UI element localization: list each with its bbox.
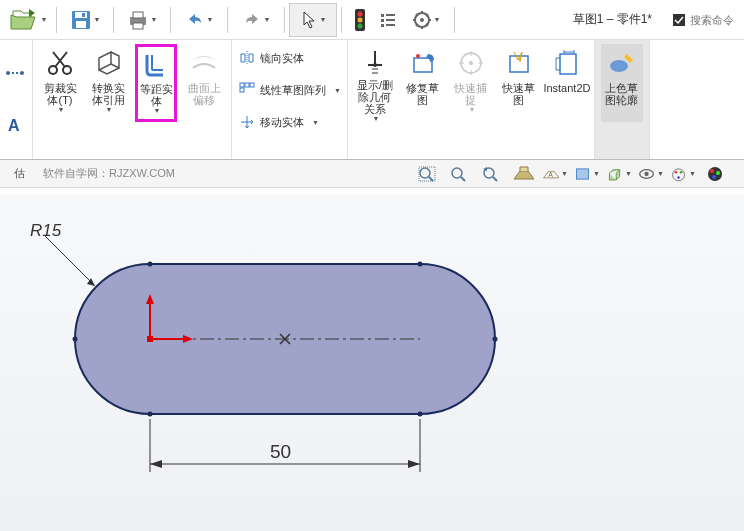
svg-point-50 <box>710 169 714 173</box>
svg-point-36 <box>610 60 628 72</box>
hide-show-icon[interactable]: ▼ <box>606 163 632 185</box>
shade-sketch-button[interactable]: 上色草图轮廓 <box>601 44 643 122</box>
svg-rect-16 <box>386 24 395 26</box>
ribbon: A 剪裁实体(T) ▼ 转换实体引用 ▼ 等距实体 ▼ 曲面上偏移 镜向实体 <box>0 40 744 160</box>
svg-rect-35 <box>560 54 576 74</box>
section-view-icon[interactable] <box>510 163 536 185</box>
search-input[interactable] <box>690 14 740 26</box>
svg-point-39 <box>452 168 462 178</box>
svg-rect-11 <box>381 14 384 17</box>
quick-access-toolbar: ▼ ▼ ▼ ▼ ▼ ▼ ▼ 草图1 – 零件1* <box>0 0 744 40</box>
svg-point-31 <box>416 54 420 58</box>
svg-point-37 <box>420 168 430 178</box>
svg-rect-6 <box>133 23 143 29</box>
undo-button[interactable]: ▼ <box>175 3 223 37</box>
svg-rect-14 <box>386 19 395 21</box>
svg-point-20 <box>6 71 10 75</box>
svg-point-10 <box>358 23 363 28</box>
display-style-icon[interactable]: ▼ <box>574 163 600 185</box>
pattern-button[interactable]: 线性草图阵列▼ <box>238 80 341 100</box>
svg-rect-62 <box>147 336 153 342</box>
svg-rect-25 <box>240 83 244 87</box>
svg-point-56 <box>418 412 423 417</box>
svg-rect-3 <box>82 13 85 17</box>
svg-text:A: A <box>548 171 553 178</box>
mirror-button[interactable]: 镜向实体 <box>238 48 341 68</box>
offset-entities-button[interactable]: 等距实体 ▼ <box>135 44 177 122</box>
surface-offset-button: 曲面上偏移 <box>183 44 225 122</box>
svg-point-45 <box>673 168 685 180</box>
traffic-light-icon[interactable] <box>346 3 374 37</box>
svg-point-33 <box>469 61 473 65</box>
save-button[interactable]: ▼ <box>61 3 109 37</box>
svg-point-49 <box>708 167 722 181</box>
print-button[interactable]: ▼ <box>118 3 166 37</box>
list-icon[interactable] <box>374 3 402 37</box>
dotted-line-icon[interactable] <box>6 64 24 82</box>
rapid-sketch-button[interactable]: 快速草图 <box>498 44 540 122</box>
svg-point-47 <box>680 171 683 174</box>
graphics-area[interactable]: R15 50 <box>0 194 744 531</box>
svg-rect-19 <box>673 14 685 26</box>
quick-snap-button: 快速捕捉 ▼ <box>450 44 492 122</box>
svg-point-29 <box>373 63 377 67</box>
sketch-view: R15 50 <box>0 194 744 531</box>
svg-rect-27 <box>250 83 254 87</box>
svg-point-57 <box>73 337 78 342</box>
svg-rect-13 <box>381 19 384 22</box>
search-box[interactable] <box>672 13 740 27</box>
radius-dimension[interactable]: R15 <box>30 221 62 240</box>
settings-button[interactable]: ▼ <box>402 3 450 37</box>
svg-rect-5 <box>133 12 143 18</box>
site-label: 软件自学网：RJZXW.COM <box>43 166 175 181</box>
apply-scene-icon[interactable] <box>702 163 728 185</box>
svg-rect-2 <box>76 21 86 28</box>
svg-point-21 <box>20 71 24 75</box>
instant2d-button[interactable]: Instant2D <box>546 44 588 122</box>
svg-point-54 <box>418 262 423 267</box>
text-a-icon[interactable]: A <box>6 115 26 135</box>
svg-rect-12 <box>386 14 395 16</box>
prev-view-icon[interactable] <box>478 163 504 185</box>
svg-point-8 <box>358 11 363 16</box>
svg-rect-26 <box>245 83 249 87</box>
document-title: 草图1 – 零件1* <box>573 11 652 28</box>
evaluate-tab[interactable]: 估 <box>6 162 33 185</box>
svg-point-18 <box>420 18 424 22</box>
svg-rect-28 <box>240 88 244 92</box>
svg-point-44 <box>644 171 648 175</box>
width-dimension[interactable]: 50 <box>270 441 291 462</box>
zoom-area-icon[interactable] <box>446 163 472 185</box>
svg-point-46 <box>675 171 678 174</box>
svg-rect-30 <box>414 58 432 72</box>
trim-entities-button[interactable]: 剪裁实体(T) ▼ <box>39 44 81 122</box>
view-toolbar: A▼ ▼ ▼ ▼ ▼ <box>414 163 728 185</box>
svg-point-58 <box>493 337 498 342</box>
svg-text:A: A <box>8 117 20 134</box>
svg-line-63 <box>45 236 95 286</box>
view-orientation-icon[interactable]: A▼ <box>542 163 568 185</box>
relations-button[interactable]: 显示/删除几何关系 ▼ <box>354 44 396 122</box>
repair-button[interactable]: 修复草图 <box>402 44 444 122</box>
svg-point-9 <box>358 17 363 22</box>
sub-bar: 估 软件自学网：RJZXW.COM A▼ ▼ ▼ ▼ ▼ <box>0 160 744 188</box>
eye-icon[interactable]: ▼ <box>638 163 664 185</box>
svg-point-52 <box>712 175 716 179</box>
svg-point-55 <box>148 412 153 417</box>
convert-entities-button[interactable]: 转换实体引用 ▼ <box>87 44 129 122</box>
svg-rect-42 <box>577 168 589 178</box>
select-button[interactable]: ▼ <box>289 3 337 37</box>
edit-appearance-icon[interactable]: ▼ <box>670 163 696 185</box>
svg-point-53 <box>148 262 153 267</box>
open-button[interactable]: ▼ <box>4 3 52 37</box>
svg-rect-1 <box>75 12 87 18</box>
move-button[interactable]: 移动实体▼ <box>238 112 341 132</box>
svg-point-51 <box>716 171 720 175</box>
svg-rect-15 <box>381 24 384 27</box>
zoom-fit-icon[interactable] <box>414 163 440 185</box>
redo-button[interactable]: ▼ <box>232 3 280 37</box>
svg-point-48 <box>677 176 680 179</box>
